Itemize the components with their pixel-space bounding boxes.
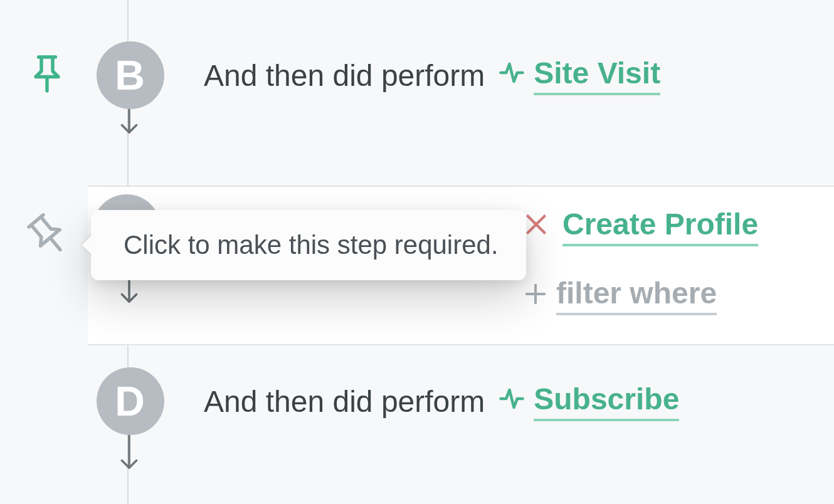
event-link[interactable]: Subscribe [534, 382, 679, 421]
tooltip-text: Click to make this step required. [124, 230, 499, 260]
add-filter-link[interactable]: filter where [556, 276, 717, 315]
funnel-step-b: B And then did perform Site Visit [0, 22, 834, 185]
remove-icon[interactable] [524, 209, 549, 244]
step-badge: D [97, 367, 164, 435]
event-link[interactable]: Create Profile [562, 207, 758, 246]
funnel-step-d: D And then did perform Subscribe [0, 348, 834, 504]
step-badge: B [97, 41, 164, 109]
activity-icon [499, 58, 525, 93]
activity-icon [499, 384, 525, 419]
arrow-down-icon [118, 429, 140, 473]
step-prefix-text: And then did perform [204, 58, 485, 93]
pin-tooltip: Click to make this step required. [91, 210, 526, 280]
pin-icon[interactable] [19, 206, 78, 266]
pin-icon[interactable] [30, 54, 64, 97]
step-prefix-text: And then did perform [204, 384, 485, 419]
event-link[interactable]: Site Visit [534, 56, 660, 95]
plus-icon[interactable] [524, 278, 547, 313]
